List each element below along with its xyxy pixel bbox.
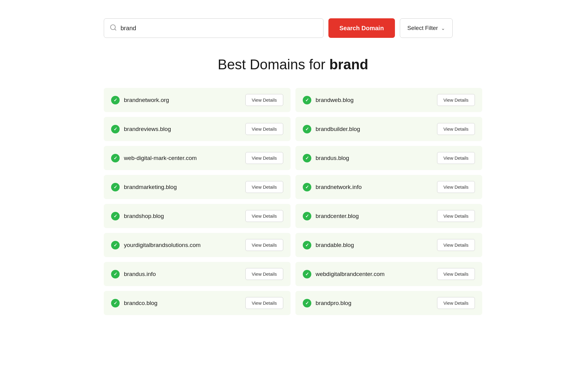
view-details-button[interactable]: View Details bbox=[245, 123, 283, 135]
domain-name: brandshop.blog bbox=[124, 213, 164, 220]
domain-row: brandus.infoView Details bbox=[104, 262, 291, 286]
view-details-button[interactable]: View Details bbox=[437, 123, 475, 135]
view-details-button[interactable]: View Details bbox=[245, 210, 283, 222]
domain-name: yourdigitalbrandsolutions.com bbox=[124, 242, 201, 249]
search-bar: Search Domain Select Filter ⌄ bbox=[104, 18, 482, 38]
domain-left: brandus.blog bbox=[303, 154, 349, 162]
check-icon bbox=[303, 241, 311, 249]
domain-row: yourdigitalbrandsolutions.comView Detail… bbox=[104, 233, 291, 257]
domain-row: brandmarketing.blogView Details bbox=[104, 175, 291, 199]
view-details-button[interactable]: View Details bbox=[437, 94, 475, 106]
domain-row: brandco.blogView Details bbox=[104, 291, 291, 315]
domain-row: brandus.blogView Details bbox=[295, 146, 482, 170]
domain-row: brandbuilder.blogView Details bbox=[295, 117, 482, 141]
view-details-button[interactable]: View Details bbox=[245, 297, 283, 309]
domain-row: webdigitalbrandcenter.comView Details bbox=[295, 262, 482, 286]
domain-left: brandbuilder.blog bbox=[303, 125, 360, 133]
domain-name: brandnetwork.org bbox=[124, 97, 169, 103]
domain-left: brandreviews.blog bbox=[111, 125, 171, 133]
filter-button[interactable]: Select Filter ⌄ bbox=[400, 18, 453, 38]
page-wrapper: Search Domain Select Filter ⌄ Best Domai… bbox=[92, 0, 494, 333]
view-details-button[interactable]: View Details bbox=[245, 239, 283, 251]
check-icon bbox=[111, 183, 120, 191]
domain-row: brandnetwork.infoView Details bbox=[295, 175, 482, 199]
domain-left: brandweb.blog bbox=[303, 96, 354, 104]
check-icon bbox=[303, 270, 311, 278]
domain-left: webdigitalbrandcenter.com bbox=[303, 270, 385, 278]
domain-name: brandable.blog bbox=[316, 242, 354, 249]
domain-name: brandbuilder.blog bbox=[316, 126, 360, 132]
view-details-button[interactable]: View Details bbox=[437, 152, 475, 164]
domain-left: brandmarketing.blog bbox=[111, 183, 177, 191]
heading-prefix: Best Domains for bbox=[218, 56, 329, 72]
check-icon bbox=[111, 154, 120, 162]
domain-left: brandus.info bbox=[111, 270, 156, 278]
domain-row: brandcenter.blogView Details bbox=[295, 204, 482, 228]
heading-keyword: brand bbox=[329, 56, 368, 72]
domain-name: brandpro.blog bbox=[316, 300, 351, 307]
check-icon bbox=[303, 212, 311, 220]
check-icon bbox=[303, 125, 311, 133]
view-details-button[interactable]: View Details bbox=[245, 152, 283, 164]
domain-name: brandus.info bbox=[124, 271, 156, 278]
domains-grid: brandnetwork.orgView Detailsbrandweb.blo… bbox=[104, 88, 482, 315]
domain-left: brandable.blog bbox=[303, 241, 354, 249]
domain-name: brandweb.blog bbox=[316, 97, 354, 103]
domain-left: brandshop.blog bbox=[111, 212, 164, 220]
view-details-button[interactable]: View Details bbox=[245, 94, 283, 106]
domain-left: brandpro.blog bbox=[303, 299, 351, 307]
chevron-down-icon: ⌄ bbox=[441, 25, 445, 31]
search-domain-button[interactable]: Search Domain bbox=[328, 18, 395, 38]
domain-name: brandco.blog bbox=[124, 300, 157, 307]
domain-name: brandnetwork.info bbox=[316, 184, 362, 191]
domain-left: web-digital-mark-center.com bbox=[111, 154, 197, 162]
check-icon bbox=[303, 183, 311, 191]
check-icon bbox=[111, 270, 120, 278]
check-icon bbox=[111, 299, 120, 307]
view-details-button[interactable]: View Details bbox=[437, 239, 475, 251]
filter-button-label: Select Filter bbox=[407, 25, 438, 31]
domain-row: brandable.blogView Details bbox=[295, 233, 482, 257]
svg-line-1 bbox=[115, 29, 116, 30]
domain-name: brandus.blog bbox=[316, 155, 349, 162]
domain-row: brandpro.blogView Details bbox=[295, 291, 482, 315]
domain-row: brandnetwork.orgView Details bbox=[104, 88, 291, 112]
domain-left: yourdigitalbrandsolutions.com bbox=[111, 241, 201, 249]
domain-name: web-digital-mark-center.com bbox=[124, 155, 197, 162]
check-icon bbox=[303, 96, 311, 104]
domain-name: webdigitalbrandcenter.com bbox=[316, 271, 385, 278]
page-heading: Best Domains for brand bbox=[104, 56, 482, 73]
view-details-button[interactable]: View Details bbox=[437, 181, 475, 193]
search-input-wrapper bbox=[104, 18, 324, 38]
view-details-button[interactable]: View Details bbox=[437, 297, 475, 309]
domain-row: web-digital-mark-center.comView Details bbox=[104, 146, 291, 170]
search-input[interactable] bbox=[121, 25, 318, 32]
view-details-button[interactable]: View Details bbox=[245, 268, 283, 280]
domain-name: brandmarketing.blog bbox=[124, 184, 177, 191]
domain-left: brandco.blog bbox=[111, 299, 157, 307]
domain-row: brandweb.blogView Details bbox=[295, 88, 482, 112]
domain-name: brandcenter.blog bbox=[316, 213, 359, 220]
check-icon bbox=[303, 299, 311, 307]
check-icon bbox=[303, 154, 311, 162]
domain-left: brandnetwork.info bbox=[303, 183, 362, 191]
check-icon bbox=[111, 241, 120, 249]
check-icon bbox=[111, 212, 120, 220]
view-details-button[interactable]: View Details bbox=[245, 181, 283, 193]
check-icon bbox=[111, 125, 120, 133]
search-icon bbox=[110, 24, 117, 32]
domain-row: brandshop.blogView Details bbox=[104, 204, 291, 228]
view-details-button[interactable]: View Details bbox=[437, 210, 475, 222]
check-icon bbox=[111, 96, 120, 104]
domain-left: brandcenter.blog bbox=[303, 212, 359, 220]
view-details-button[interactable]: View Details bbox=[437, 268, 475, 280]
domain-left: brandnetwork.org bbox=[111, 96, 169, 104]
domain-name: brandreviews.blog bbox=[124, 126, 171, 132]
domain-row: brandreviews.blogView Details bbox=[104, 117, 291, 141]
